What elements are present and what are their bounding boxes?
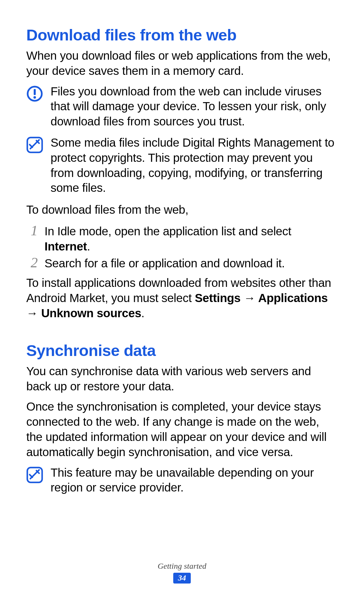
- arrow: →: [241, 291, 258, 304]
- step-text-bold: Internet: [44, 240, 87, 253]
- page-footer: Getting started 34: [0, 562, 364, 584]
- text-bold: Unknown sources: [41, 306, 141, 320]
- warning-callout: Files you download from the web can incl…: [26, 84, 338, 129]
- footer-section-title: Getting started: [158, 562, 207, 571]
- document-page: Download files from the web When you dow…: [0, 0, 364, 495]
- note-text-drm: Some media files include Digital Rights …: [51, 135, 338, 196]
- steps-list: 1 In Idle mode, open the application lis…: [26, 223, 338, 271]
- sync-intro: You can synchronise data with various we…: [26, 364, 338, 394]
- lead-text: To download files from the web,: [26, 202, 338, 217]
- step-1: 1 In Idle mode, open the application lis…: [26, 223, 338, 254]
- step-text: In Idle mode, open the application list …: [44, 224, 338, 254]
- warning-icon: [26, 85, 43, 102]
- note-callout-availability: This feature may be unavailable dependin…: [26, 465, 338, 496]
- step-2: 2 Search for a file or application and d…: [26, 255, 338, 271]
- heading-download-files: Download files from the web: [26, 26, 338, 44]
- sync-details: Once the synchronisation is completed, y…: [26, 399, 338, 459]
- step-text-part: In Idle mode, open the application list …: [44, 225, 291, 238]
- arrow: →: [26, 306, 41, 320]
- text-part: .: [141, 306, 144, 320]
- text-bold: Settings: [195, 291, 241, 304]
- intro-paragraph: When you download files or web applicati…: [26, 48, 338, 79]
- svg-point-2: [33, 96, 36, 99]
- step-text-part: .: [87, 240, 90, 253]
- warning-text: Files you download from the web can incl…: [51, 84, 338, 129]
- note-icon: [26, 137, 43, 153]
- heading-synchronise-data: Synchronise data: [26, 341, 338, 360]
- note-callout-drm: Some media files include Digital Rights …: [26, 135, 338, 196]
- step-text: Search for a file or application and dow…: [44, 256, 338, 271]
- note-text-availability: This feature may be unavailable dependin…: [51, 465, 338, 496]
- note-icon: [26, 467, 43, 483]
- text-bold: Applications: [258, 291, 328, 304]
- page-number-badge: 34: [173, 573, 191, 584]
- svg-rect-1: [34, 89, 36, 95]
- install-instructions: To install applications downloaded from …: [26, 275, 338, 321]
- step-number: 1: [26, 223, 38, 238]
- step-number: 2: [26, 255, 38, 270]
